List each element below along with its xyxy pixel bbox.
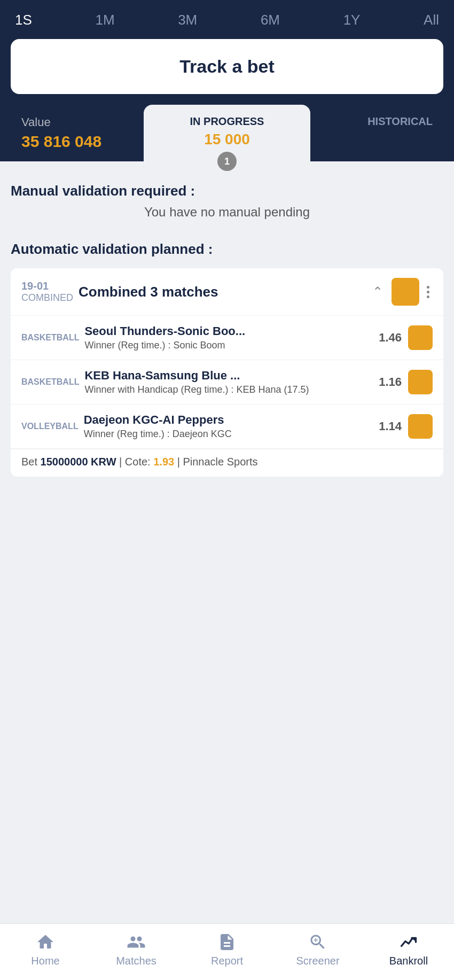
bet-date: 19-01 [21,280,73,292]
auto-validation-title: Automatic validation planned : [11,241,443,258]
manual-validation-subtitle: You have no manual pending [11,205,443,220]
table-row: VOLLEYBALL Daejeon KGC-AI Peppers Winner… [11,405,443,449]
match-name-3: Daejeon KGC-AI Peppers [84,413,370,427]
bet-date-type: 19-01 COMBINED [21,280,73,304]
chevron-up-icon[interactable]: ⌃ [372,284,383,299]
bet-card-header: 19-01 COMBINED Combined 3 matches ⌃ [11,268,443,316]
match-odds-1: 1.46 [375,331,402,345]
time-filter-row: 1S 1M 3M 6M 1Y All [11,10,443,39]
tabs-row: Value 35 816 048 IN PROGRESS 15 000 1 HI… [11,105,443,161]
match-status-box-2[interactable] [408,370,433,394]
filter-1s[interactable]: 1S [11,10,36,30]
report-icon [217,932,237,952]
bottom-nav: Home Matches Report Screener Bankroll [0,923,454,980]
track-bet-container: Track a bet [11,39,443,105]
bet-footer: Bet 15000000 KRW | Cote: 1.93 | Pinnacle… [11,449,443,477]
more-options-button[interactable] [424,286,433,298]
header: 1S 1M 3M 6M 1Y All Track a bet Value 35 … [0,0,454,161]
match-status-box-1[interactable] [408,325,433,350]
match-sport-3: VOLLEYBALL [21,422,79,431]
home-icon [36,932,55,952]
filter-3m[interactable]: 3M [174,10,201,30]
manual-validation-title: Manual validation required : [11,183,443,199]
screener-icon [308,932,327,952]
filter-6m[interactable]: 6M [256,10,284,30]
nav-label-screener: Screener [296,955,339,967]
nav-item-screener[interactable]: Screener [272,932,363,967]
match-bet-desc-2: Winner with Handicap (Reg time.) : KEB H… [84,384,370,395]
main-content: Manual validation required : You have no… [0,161,454,549]
match-name-2: KEB Hana-Samsung Blue ... [84,369,370,383]
nav-item-home[interactable]: Home [0,932,91,967]
manual-validation-section: Manual validation required : You have no… [11,183,443,220]
bet-type: COMBINED [21,292,73,304]
match-odds-2: 1.16 [375,375,402,389]
tab-in-progress[interactable]: IN PROGRESS 15 000 1 [144,105,310,161]
tab-value[interactable]: Value 35 816 048 [11,105,144,161]
in-progress-badge: 1 [217,152,237,171]
filter-all[interactable]: All [419,10,443,30]
match-odds-3: 1.14 [375,419,402,433]
nav-label-bankroll: Bankroll [389,955,428,967]
track-bet-button[interactable]: Track a bet [11,39,443,94]
filter-1m[interactable]: 1M [91,10,119,30]
match-sport-1: BASKETBALL [21,333,79,343]
match-info-1: Seoul Thunders-Sonic Boo... Winner (Reg … [79,324,375,351]
bankroll-icon [399,932,418,952]
match-sport-2: BASKETBALL [21,377,79,387]
tab-historical[interactable]: HISTORICAL [310,105,443,161]
match-info-3: Daejeon KGC-AI Peppers Winner (Reg time.… [79,413,375,440]
nav-label-matches: Matches [116,955,156,967]
table-row: BASKETBALL Seoul Thunders-Sonic Boo... W… [11,316,443,360]
historical-label: HISTORICAL [321,115,433,128]
value-label: Value [21,115,133,129]
table-row: BASKETBALL KEB Hana-Samsung Blue ... Win… [11,360,443,405]
bet-amount: 15000000 KRW [41,456,116,468]
match-bet-desc-1: Winner (Reg time.) : Sonic Boom [84,340,370,351]
in-progress-label: IN PROGRESS [154,115,300,128]
nav-item-report[interactable]: Report [182,932,272,967]
nav-label-report: Report [211,955,243,967]
bet-cote: 1.93 [153,456,174,468]
match-status-box-3[interactable] [408,414,433,439]
nav-label-home: Home [31,955,59,967]
in-progress-number: 15 000 [154,131,300,148]
nav-item-matches[interactable]: Matches [91,932,182,967]
matches-icon [127,932,146,952]
bet-status-box[interactable] [392,278,419,306]
nav-item-bankroll[interactable]: Bankroll [363,932,454,967]
bet-combined-label: Combined 3 matches [73,284,372,300]
value-number: 35 816 048 [21,133,133,151]
match-name-1: Seoul Thunders-Sonic Boo... [84,324,370,338]
match-info-2: KEB Hana-Samsung Blue ... Winner with Ha… [79,369,375,395]
bet-bookmaker: Pinnacle Sports [183,456,257,468]
bet-card: 19-01 COMBINED Combined 3 matches ⌃ BASK… [11,268,443,477]
filter-1y[interactable]: 1Y [339,10,365,30]
match-bet-desc-3: Winner (Reg time.) : Daejeon KGC [84,429,370,440]
